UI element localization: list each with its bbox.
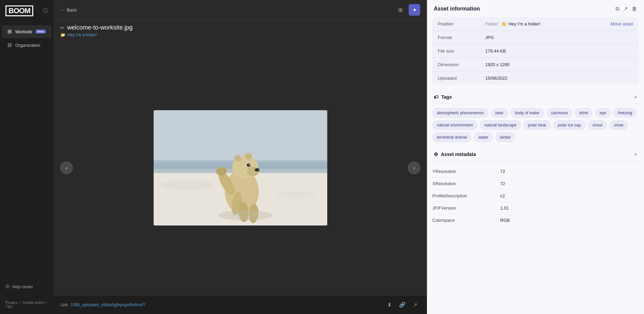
tag-item[interactable]: winter [495, 133, 515, 142]
metadata-title-area: ⚙ Asset metadata [434, 152, 476, 157]
metadata-section: ⚙ Asset metadata ∧ YResolution72XResolut… [432, 148, 639, 227]
filesize-value: 179.44 KB [485, 48, 633, 54]
svg-point-12 [234, 155, 241, 162]
back-button[interactable]: ← Back [60, 7, 77, 13]
meta-row: XResolution72 [432, 178, 639, 190]
open-external-icon[interactable]: ↗ [410, 300, 420, 310]
worksite-icon: ⊞ [7, 28, 12, 35]
info-row-position: Position Folder: 👋 Hey I'm a folder! Mov… [432, 17, 639, 31]
cookie-link[interactable]: Cookie policy [22, 300, 44, 305]
tag-item[interactable]: polar bear [524, 120, 551, 130]
svg-point-11 [248, 164, 250, 165]
asset-info-table: Position Folder: 👋 Hey I'm a folder! Mov… [432, 17, 639, 85]
bottom-bar-icons: ⬇ 🔗 ↗ [384, 300, 420, 310]
format-label: Format [438, 35, 485, 40]
tag-item[interactable]: freezing [613, 108, 637, 118]
terms-link[interactable]: T&C [5, 305, 13, 309]
tags-icon: 🏷 [434, 94, 438, 100]
sidebar: BOOM ⓘ ⊞ Worksite Beta ⊟ Organization ⓪ … [0, 0, 54, 314]
meta-label: YResolution [432, 169, 500, 174]
svg-point-13 [245, 153, 252, 160]
link-icon[interactable]: 🔗 [397, 300, 407, 310]
main-content: ← Back ⊞ ✦ ✏ welcome-to-worksite.jpg 📁 H… [54, 0, 427, 314]
folder-icon: 📁 [60, 33, 65, 37]
tag-item[interactable]: carnivore [547, 108, 572, 118]
metadata-section-header: ⚙ Asset metadata ∧ [432, 148, 639, 161]
help-icon: ⓪ [5, 284, 9, 290]
tag-item[interactable]: snow [609, 120, 628, 130]
back-label: Back [67, 7, 77, 13]
info-icon[interactable]: ⓘ [43, 7, 48, 15]
download-icon[interactable]: ⬇ [384, 300, 394, 310]
left-arrow-icon: ‹ [66, 165, 67, 171]
tags-collapse-icon[interactable]: ∧ [634, 95, 637, 99]
tag-item[interactable]: bear [491, 108, 508, 118]
delete-icon-button[interactable]: 🗑 [632, 6, 637, 12]
privacy-link[interactable]: Privacy [5, 300, 18, 305]
tag-item[interactable]: atmospheric phenomenon [432, 108, 488, 118]
uploaded-value: 15/06/2022 [485, 76, 633, 81]
link-text[interactable]: 1008_uploaded_s6ddu5g9rpogv6lx9nv4? [71, 302, 145, 307]
filesize-label: File size [438, 48, 485, 54]
link-area: Link 1008_uploaded_s6ddu5g9rpogv6lx9nv4? [60, 302, 145, 307]
tags-container: atmospheric phenomenonbearbody of waterc… [432, 108, 639, 142]
folder-display-name: Hey I'm a folder! [508, 21, 540, 26]
sidebar-item-organization[interactable]: ⊟ Organization [2, 39, 52, 52]
tag-item[interactable]: terrestrial animal [432, 133, 471, 142]
sidebar-item-worksite[interactable]: ⊞ Worksite Beta [2, 25, 52, 38]
right-panel: Asset information ⧉ ↗ 🗑 Position Folder:… [427, 0, 644, 314]
worksite-label: Worksite [15, 29, 32, 34]
meta-value: 72 [500, 169, 505, 174]
tag-item[interactable]: polar ice cap [553, 120, 585, 130]
meta-row: ProfileDescriptionc2 [432, 190, 639, 202]
tag-item[interactable]: body of water [511, 108, 544, 118]
tag-item[interactable]: natural environment [432, 120, 477, 130]
help-center-item[interactable]: ⓪ Help center [5, 281, 48, 292]
sidebar-footer: Privacy / Cookie policy / T&C [0, 298, 54, 314]
image-preview [154, 110, 327, 225]
metadata-collapse-icon[interactable]: ∧ [634, 152, 637, 157]
dimension-label: Dimension [438, 62, 485, 67]
meta-row: YResolution72 [432, 165, 639, 178]
tag-item[interactable]: snout [588, 120, 607, 130]
info-row-format: Format JPG [432, 31, 639, 44]
logo: BOOM [5, 5, 33, 16]
tags-section-header: 🏷 Tags ∧ [432, 90, 639, 104]
share-icon-button[interactable]: ↗ [623, 5, 628, 12]
folder-name-text: Hey I'm a folder! [67, 33, 97, 37]
svg-point-3 [160, 180, 215, 190]
metadata-title: Asset metadata [441, 152, 476, 157]
meta-label: XResolution [432, 181, 500, 186]
organization-icon: ⊟ [7, 42, 12, 48]
grid-view-button[interactable]: ⊞ [394, 4, 406, 16]
right-arrow-icon: › [413, 165, 415, 171]
sidebar-bottom: ⓪ Help center [0, 276, 54, 298]
file-info: ✏ welcome-to-worksite.jpg 📁 Hey I'm a fo… [54, 20, 427, 40]
organization-label: Organization [15, 43, 40, 48]
file-folder-link[interactable]: 📁 Hey I'm a folder! [60, 33, 420, 37]
meta-label: JFIFVersion [432, 205, 500, 211]
tag-item[interactable]: eye [595, 108, 610, 118]
meta-label: ProfileDescription [432, 193, 500, 198]
panel-header-icons: ⧉ ↗ 🗑 [616, 5, 637, 12]
file-name-row: ✏ welcome-to-worksite.jpg [60, 24, 420, 31]
format-value: JPG [485, 35, 633, 40]
meta-label: Colorspace [432, 218, 500, 223]
image-viewer: ‹ [54, 40, 427, 296]
copy-icon-button[interactable]: ⧉ [616, 6, 619, 12]
panel-header: Asset information ⧉ ↗ 🗑 [427, 0, 644, 17]
tag-item[interactable]: drink [575, 108, 592, 118]
next-image-button[interactable]: › [408, 162, 420, 174]
prev-image-button[interactable]: ‹ [60, 162, 73, 174]
help-label: Help center [12, 284, 33, 289]
sidebar-nav: ⊞ Worksite Beta ⊟ Organization [0, 22, 54, 55]
tag-item[interactable]: water [474, 133, 493, 142]
position-label: Position [438, 21, 485, 26]
meta-row: ColorspaceRGB [432, 214, 639, 227]
info-row-filesize: File size 179.44 KB [432, 44, 639, 58]
magic-button[interactable]: ✦ [409, 4, 420, 16]
move-asset-link[interactable]: Move asset [611, 21, 633, 26]
tags-title-area: 🏷 Tags [434, 94, 452, 100]
tag-item[interactable]: natural landscape [480, 120, 521, 130]
meta-value: c2 [500, 193, 505, 198]
